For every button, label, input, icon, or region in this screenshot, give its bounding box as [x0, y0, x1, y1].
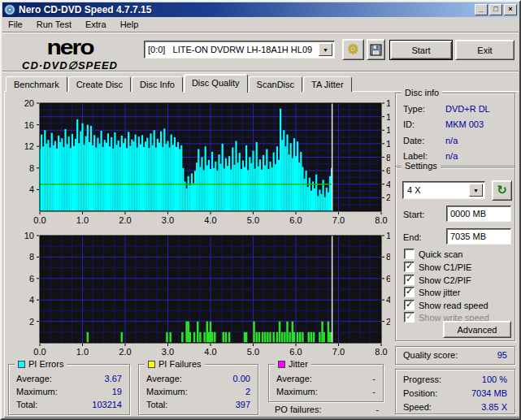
disc-type-value: DVD+R DL	[445, 104, 490, 114]
start-position-input[interactable]: 0000 MB	[446, 206, 511, 222]
disc-id-label: ID:	[403, 119, 415, 129]
pie-total-value: 103214	[92, 400, 122, 409]
minimize-button[interactable]: _	[475, 4, 488, 15]
svg-text:12: 12	[24, 141, 34, 151]
start-position-label: Start:	[403, 210, 424, 219]
speed-selector[interactable]: 4 X ▼	[402, 181, 485, 199]
disc-label-label: Label:	[403, 151, 428, 161]
disc-date-value: n/a	[445, 136, 458, 145]
cyan-swatch-icon	[18, 361, 25, 368]
start-button-label: Start	[411, 45, 430, 55]
checkbox-show-c2-pif-label: Show C2/PIF	[419, 275, 471, 285]
jitter-panel: Jitter Average:- Maximum:-	[268, 364, 384, 402]
speed-selector-dropdown-button[interactable]: ▼	[469, 184, 483, 197]
svg-text:3.0: 3.0	[162, 347, 174, 356]
jitter-title-text: Jitter	[289, 359, 308, 369]
tab-create-disc[interactable]: Create Disc	[68, 76, 131, 92]
jitter-average-value: -	[372, 374, 376, 383]
checkbox-quick-scan[interactable]: ✓ Quick scan	[404, 249, 462, 259]
jitter-average-label: Average:	[276, 374, 312, 383]
menu-file[interactable]: File	[8, 19, 23, 29]
refresh-button[interactable]: ↻	[492, 180, 512, 201]
jitter-maximum-value: -	[372, 387, 376, 396]
checkbox-box: ✓	[404, 287, 415, 297]
quality-score-value: 95	[497, 350, 507, 360]
end-position-input[interactable]: 7035 MB	[446, 228, 511, 245]
tab-benchmark[interactable]: Benchmark	[6, 76, 67, 92]
maximize-button[interactable]: □	[489, 4, 502, 15]
chevron-down-icon: ▼	[323, 47, 328, 53]
svg-text:7.0: 7.0	[332, 347, 345, 356]
svg-text:4.0: 4.0	[204, 215, 216, 224]
pif-maximum-value: 2	[245, 387, 250, 396]
yellow-swatch-icon	[148, 361, 155, 368]
exit-button-label: Exit	[477, 45, 492, 55]
svg-text:2: 2	[29, 317, 34, 327]
checkbox-show-c1-pie[interactable]: ✓ Show C1/PIE	[404, 262, 471, 272]
svg-text:6: 6	[386, 274, 390, 284]
pif-total-label: Total:	[146, 400, 167, 409]
nero-logo-text: nero	[8, 37, 132, 58]
pi-failures-chart: 1086421086420.01.02.03.04.05.06.07.08.0	[7, 230, 390, 356]
tab-strip: Benchmark Create Disc Disc Info Disc Qua…	[6, 73, 353, 92]
position-label: Position:	[403, 388, 437, 398]
svg-text:5.0: 5.0	[247, 215, 259, 224]
floppy-disk-icon	[370, 44, 382, 56]
menu-bar: File Run Test Extra Help	[2, 17, 519, 32]
check-icon: ✓	[406, 261, 413, 271]
svg-text:4: 4	[29, 184, 34, 194]
pif-total-value: 397	[236, 400, 250, 409]
pi-errors-panel: PI Errors Average:3.67 Maximum:19 Total:…	[8, 364, 130, 415]
svg-text:5.0: 5.0	[247, 347, 259, 356]
app-cd-icon	[4, 4, 15, 15]
tab-disc-info[interactable]: Disc Info	[132, 76, 183, 92]
checkbox-show-jitter[interactable]: ✓ Show jitter	[404, 287, 460, 297]
quality-score-label: Quality score:	[403, 350, 458, 360]
menu-help[interactable]: Help	[120, 19, 139, 29]
drive-selector-dropdown-button[interactable]: ▼	[319, 43, 332, 56]
options-button[interactable]: ⚙	[342, 39, 364, 60]
checkbox-box: ✓	[404, 275, 415, 285]
checkbox-show-read-speed-label: Show read speed	[419, 301, 488, 310]
gears-icon: ⚙	[347, 43, 358, 56]
disc-id-value: MKM 003	[445, 119, 484, 129]
svg-text:20: 20	[24, 98, 34, 108]
divider	[2, 32, 519, 33]
drive-selector[interactable]: [0:0] LITE-ON DVDRW LH-18A1H HL09 ▼	[144, 41, 335, 58]
svg-text:8.0: 8.0	[375, 347, 387, 356]
pie-maximum-value: 19	[112, 387, 122, 396]
svg-text:2: 2	[386, 193, 390, 202]
tab-ta-jitter[interactable]: TA Jitter	[303, 76, 352, 92]
checkbox-show-read-speed[interactable]: ✓ Show read speed	[404, 300, 488, 310]
svg-text:8: 8	[29, 163, 34, 173]
po-failures-label: PO failures:	[275, 405, 321, 414]
check-icon: ✓	[406, 311, 413, 322]
svg-text:6.0: 6.0	[289, 215, 302, 224]
tab-disc-quality[interactable]: Disc Quality	[184, 74, 248, 93]
tab-scandisc[interactable]: ScanDisc	[249, 76, 302, 92]
svg-text:16: 16	[386, 98, 390, 108]
svg-text:0.0: 0.0	[33, 347, 46, 356]
quality-score-box: Quality score: 95	[395, 346, 515, 365]
refresh-icon: ↻	[497, 184, 507, 197]
save-button[interactable]	[367, 39, 385, 60]
disc-info-group: Disc info Type:DVD+R DL ID:MKM 003 Date:…	[395, 93, 515, 168]
menu-run-test[interactable]: Run Test	[37, 19, 72, 29]
check-icon: ✓	[406, 299, 413, 310]
po-failures-row: PO failures: -	[275, 405, 379, 414]
svg-text:8: 8	[386, 153, 390, 162]
advanced-button[interactable]: Advanced	[443, 321, 511, 338]
svg-text:4: 4	[29, 295, 34, 305]
divider	[2, 71, 519, 72]
svg-text:8.0: 8.0	[375, 215, 387, 224]
jitter-maximum-label: Maximum:	[276, 387, 318, 396]
check-icon: ✓	[406, 274, 413, 284]
close-button[interactable]: ×	[504, 4, 517, 15]
svg-text:4.0: 4.0	[204, 347, 216, 356]
nero-logo: nero CD·DVD∅SPEED	[8, 35, 132, 71]
checkbox-quick-scan-label: Quick scan	[419, 249, 462, 259]
exit-button[interactable]: Exit	[455, 40, 514, 60]
menu-extra[interactable]: Extra	[85, 19, 106, 29]
start-button[interactable]: Start	[389, 40, 453, 60]
checkbox-show-c2-pif[interactable]: ✓ Show C2/PIF	[404, 275, 471, 285]
